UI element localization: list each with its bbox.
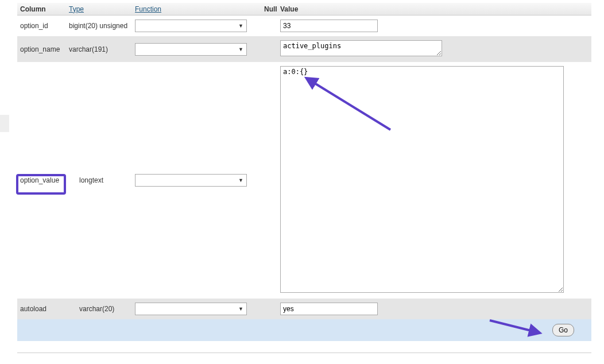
column-label: autoload xyxy=(17,305,69,313)
go-button[interactable]: Go xyxy=(552,324,574,336)
type-label: varchar(20) xyxy=(69,305,135,313)
header-null: Null xyxy=(264,5,280,13)
type-label: bigint(20) unsigned xyxy=(69,22,135,30)
header-column: Column xyxy=(17,5,69,13)
value-input-autoload[interactable] xyxy=(280,303,378,315)
value-textarea-option-value[interactable] xyxy=(280,66,564,293)
value-input-option-id[interactable] xyxy=(280,20,378,32)
edit-form: Column Type Function Null Value option_i… xyxy=(17,0,591,353)
table-row: option_name varchar(191) xyxy=(17,36,591,62)
header-type-link[interactable]: Type xyxy=(69,5,84,13)
column-label: option_value xyxy=(17,176,69,184)
column-label: option_name xyxy=(17,45,69,53)
type-label: varchar(191) xyxy=(69,45,135,53)
submit-row: Go xyxy=(17,319,591,341)
table-header-row: Column Type Function Null Value xyxy=(17,3,591,16)
value-textarea-option-name[interactable] xyxy=(280,40,442,56)
type-label: longtext xyxy=(69,176,135,184)
function-select-option-value[interactable] xyxy=(135,174,247,187)
column-label: option_id xyxy=(17,22,69,30)
function-select-option-id[interactable] xyxy=(135,20,247,32)
left-sidebar-stub xyxy=(0,115,9,132)
table-row: option_id bigint(20) unsigned xyxy=(17,16,591,36)
header-value: Value xyxy=(280,5,591,13)
table-row: autoload varchar(20) xyxy=(17,299,591,319)
header-function-link[interactable]: Function xyxy=(135,5,161,13)
function-select-option-name[interactable] xyxy=(135,43,247,56)
divider xyxy=(17,353,591,353)
function-select-autoload[interactable] xyxy=(135,303,247,315)
table-row: option_value longtext xyxy=(17,62,591,299)
